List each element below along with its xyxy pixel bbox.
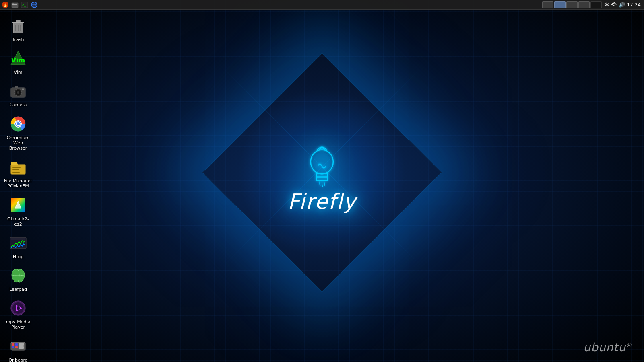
window-button-5[interactable] (590, 1, 602, 8)
desktop-icons-container: Trash Vim Vim (0, 12, 36, 362)
htop-icon (8, 233, 28, 253)
glmark-label: GLmark2-es2 (4, 216, 33, 227)
trash-icon (8, 16, 28, 35)
taskbar-terminal-icon[interactable]: >_ (20, 0, 29, 9)
network-icon[interactable] (611, 1, 617, 8)
leafpad-label: Leafpad (9, 287, 27, 292)
desktop-icon-htop[interactable]: Htop (0, 231, 36, 262)
mpv-icon (8, 298, 28, 318)
mpv-label: mpv MediaPlayer (6, 319, 31, 330)
ubuntu-sup: ® (626, 342, 632, 348)
desktop-icon-glmark[interactable]: GLmark2-es2 (0, 193, 36, 229)
camera-icon (8, 81, 28, 101)
svg-rect-2 (316, 177, 328, 180)
taskbar: 🔥 >_ (0, 0, 644, 10)
svg-rect-44 (11, 238, 25, 240)
ubuntu-logo: ubuntu® (583, 341, 632, 354)
svg-point-48 (17, 306, 20, 310)
ubuntu-text: ubuntu (583, 341, 626, 354)
camera-label: Camera (9, 102, 27, 107)
desktop-icon-filemanager[interactable]: File ManagerPCManFM (0, 155, 36, 191)
firefly-logo: Firefly (288, 136, 356, 214)
svg-point-29 (19, 91, 19, 92)
svg-point-15 (31, 2, 37, 8)
glmark-icon (8, 195, 28, 215)
onboard-icon (8, 337, 28, 356)
svg-point-16 (613, 5, 615, 6)
desktop-icon-leafpad[interactable]: Leafpad (0, 263, 36, 294)
window-buttons (542, 1, 602, 8)
svg-rect-40 (12, 172, 20, 173)
desktop-icon-onboard[interactable]: Onboard (0, 334, 36, 362)
svg-text:🔥: 🔥 (3, 2, 8, 8)
htop-label: Htop (13, 254, 23, 259)
taskbar-files-icon[interactable] (10, 0, 19, 9)
svg-point-3 (313, 152, 331, 171)
filemanager-label: File ManagerPCManFM (4, 178, 32, 189)
desktop-icon-camera[interactable]: Camera (0, 79, 36, 110)
desktop: Firefly 🔥 (0, 0, 644, 362)
window-button-4[interactable] (578, 1, 590, 8)
svg-point-36 (17, 122, 20, 125)
svg-rect-39 (12, 169, 19, 170)
chromium-icon (8, 114, 28, 134)
bluetooth-icon[interactable]: ✱ (605, 2, 609, 8)
svg-rect-19 (16, 20, 21, 22)
vim-label: Vim (14, 70, 22, 75)
window-button-3[interactable] (566, 1, 578, 8)
svg-rect-53 (15, 346, 18, 348)
svg-rect-50 (12, 343, 14, 346)
firefly-title: Firefly (288, 189, 356, 214)
leafpad-icon (8, 266, 28, 285)
filemanager-icon (8, 157, 28, 177)
taskbar-left: 🔥 >_ (0, 0, 39, 9)
svg-rect-1 (316, 173, 328, 177)
trash-label: Trash (12, 37, 24, 42)
svg-rect-51 (15, 343, 18, 346)
taskbar-browser-icon[interactable] (30, 0, 39, 9)
desktop-icon-mpv[interactable]: mpv MediaPlayer (0, 296, 36, 332)
onboard-label: Onboard (8, 358, 27, 362)
svg-rect-18 (12, 22, 24, 23)
launcher-icon[interactable]: 🔥 (1, 0, 10, 9)
svg-point-31 (22, 88, 24, 90)
window-button-2[interactable] (554, 1, 566, 8)
svg-text:>_: >_ (22, 3, 26, 7)
svg-text:Vim: Vim (11, 56, 25, 64)
desktop-icon-chromium[interactable]: ChromiumWeb Browser (0, 112, 36, 154)
svg-rect-38 (12, 167, 21, 168)
svg-rect-52 (12, 346, 14, 348)
desktop-icon-trash[interactable]: Trash (0, 14, 36, 45)
svg-rect-30 (15, 86, 18, 88)
svg-rect-8 (12, 4, 17, 5)
svg-rect-55 (19, 346, 24, 349)
volume-icon[interactable]: 🔊 (619, 2, 625, 8)
svg-rect-7 (12, 3, 14, 4)
vim-icon: Vim (8, 49, 28, 68)
clock: 17:24 (627, 2, 641, 8)
desktop-icon-vim[interactable]: Vim Vim (0, 46, 36, 77)
chromium-label: ChromiumWeb Browser (4, 135, 33, 151)
svg-rect-54 (19, 343, 24, 346)
taskbar-right: ✱ 🔊 17:24 (542, 1, 644, 8)
window-button-1[interactable] (542, 1, 553, 8)
svg-rect-9 (12, 6, 17, 6)
